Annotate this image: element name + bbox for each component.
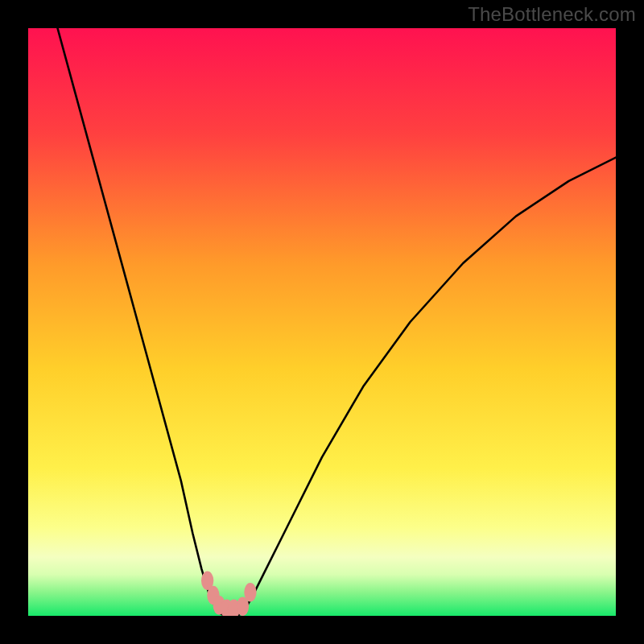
bottleneck-chart (28, 28, 616, 616)
plot-background (28, 28, 616, 616)
chart-frame: TheBottleneck.com (0, 0, 644, 644)
watermark-text: TheBottleneck.com (468, 3, 636, 26)
valley-marker (244, 583, 256, 602)
